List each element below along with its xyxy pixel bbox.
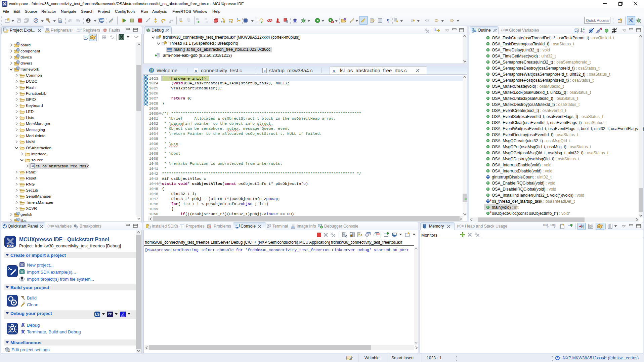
svg-text:.c: .c <box>31 164 34 168</box>
svg-text:PE: PE <box>108 313 112 316</box>
svg-text:C: C <box>17 67 19 69</box>
svg-text:c: c <box>195 69 197 73</box>
svg-text:C: C <box>17 49 19 51</box>
svg-text:IDE: IDE <box>8 245 12 248</box>
svg-text:1010: 1010 <box>550 224 556 227</box>
svg-text:C: C <box>17 55 19 57</box>
svg-text:c: c <box>333 69 335 73</box>
svg-text:010: 010 <box>292 227 295 228</box>
svg-text:LS: LS <box>95 313 99 316</box>
svg-text:C: C <box>17 43 19 45</box>
svg-text:z: z <box>583 31 585 34</box>
svg-text:c: c <box>264 69 266 73</box>
svg-text:010: 010 <box>59 21 62 23</box>
svg-text:Link: Link <box>121 315 124 317</box>
svg-text:0101: 0101 <box>77 31 82 33</box>
svg-text:C: C <box>17 212 19 214</box>
svg-text:1010: 1010 <box>77 28 82 31</box>
svg-text:C: C <box>17 61 19 63</box>
svg-text:C: C <box>17 218 19 220</box>
svg-text:1010: 1010 <box>543 224 548 227</box>
